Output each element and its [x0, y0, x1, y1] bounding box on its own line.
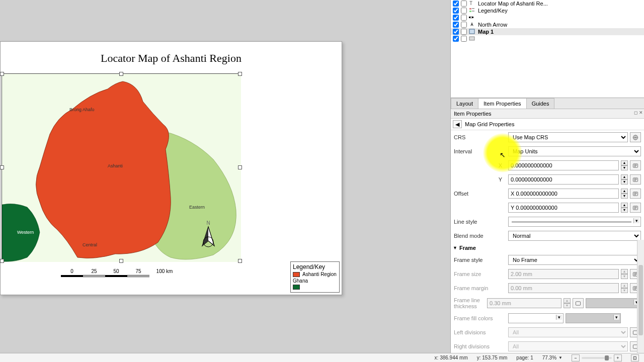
spin-down: ▼ [621, 288, 628, 293]
svg-rect-9 [469, 37, 474, 40]
interval-x-row: X ▲▼ [453, 158, 642, 172]
layout-canvas[interactable]: Locator Map of Ashanti Region Brong Ahaf… [0, 0, 450, 352]
back-button[interactable]: ◀ [453, 120, 462, 128]
data-override-button[interactable] [630, 203, 641, 213]
item-lock-checkbox[interactable] [461, 8, 467, 14]
svg-rect-17 [576, 301, 580, 305]
region-label-ashanti: Ashanti [108, 163, 123, 168]
data-override-button[interactable] [630, 160, 641, 170]
item-lock-checkbox[interactable] [461, 29, 467, 35]
legend-item [293, 285, 337, 290]
right-divisions-label: Right divisions [454, 343, 505, 349]
scalebar-tick: 75 [127, 268, 149, 274]
spin-up[interactable]: ▲ [621, 203, 628, 208]
expression-icon [575, 301, 581, 306]
spin-down[interactable]: ▼ [621, 179, 628, 185]
layout-item-row[interactable] [451, 35, 644, 42]
item-name-label: Map 1 [478, 29, 642, 35]
blend-mode-label: Blend mode [454, 233, 505, 239]
zoom-out-button[interactable]: − [572, 354, 580, 361]
interval-units-select[interactable]: Map Units [508, 146, 641, 156]
zoom-slider[interactable] [582, 357, 612, 359]
breadcrumb-label: Map Grid Properties [465, 121, 514, 127]
spin-up[interactable]: ▲ [621, 174, 628, 179]
spin-down: ▼ [621, 274, 628, 279]
offset-y-input[interactable] [508, 203, 619, 213]
selection-handle[interactable] [119, 259, 123, 263]
spin-down[interactable]: ▼ [621, 165, 628, 170]
property-breadcrumb: ◀ Map Grid Properties [451, 119, 644, 130]
scalebar[interactable]: 0 25 50 75 100 km [61, 268, 180, 277]
layout-item-row[interactable]: Legend/Key [451, 7, 644, 14]
layout-item-row[interactable]: Map 1 [451, 28, 644, 35]
grid-properties[interactable]: CRS Use Map CRS Interval Map Units X ▲▼ [451, 130, 644, 359]
spin-up: ▲ [621, 283, 628, 288]
line-style-row: Line style [453, 215, 642, 229]
item-lock-checkbox[interactable] [461, 1, 467, 7]
expression-icon [632, 191, 638, 197]
frame-margin-label: Frame margin [454, 285, 505, 291]
interval-x-input[interactable] [508, 160, 619, 170]
zoom-full-button[interactable]: ⊡ [631, 354, 639, 361]
item-name-label: Legend/Key [478, 8, 642, 14]
north-arrow[interactable]: N [199, 220, 217, 249]
scalebar-tick: 50 [105, 268, 127, 274]
layout-item-row[interactable]: TLocator Map of Ashanti Re... [451, 0, 644, 7]
selection-handle[interactable] [119, 72, 123, 76]
selection-handle[interactable] [238, 165, 242, 169]
spin-down[interactable]: ▼ [621, 194, 628, 199]
item-visibility-checkbox[interactable] [453, 15, 459, 21]
item-lock-checkbox[interactable] [461, 36, 467, 42]
selection-handle[interactable] [238, 259, 242, 263]
selection-handle[interactable] [0, 165, 4, 169]
svg-rect-5 [469, 17, 470, 18]
layout-item-row[interactable] [451, 14, 644, 21]
item-visibility-checkbox[interactable] [453, 8, 459, 14]
frame-section-header[interactable]: ▼ Frame [453, 243, 642, 253]
zoom-in-button[interactable]: + [614, 354, 622, 361]
panel-window-buttons[interactable]: ◻ ✕ [634, 110, 643, 115]
selection-handle[interactable] [0, 259, 4, 263]
frame-style-select[interactable]: No Frame [508, 255, 641, 265]
item-visibility-checkbox[interactable] [453, 22, 459, 28]
data-override-button[interactable] [573, 298, 584, 308]
crs-select[interactable]: Use Map CRS [508, 132, 628, 142]
item-lock-checkbox[interactable] [461, 15, 467, 21]
left-divisions-select: All [508, 327, 628, 337]
selection-handle[interactable] [238, 72, 242, 76]
item-lock-checkbox[interactable] [461, 22, 467, 28]
tab-guides[interactable]: Guides [526, 98, 555, 109]
expression-icon [632, 205, 638, 211]
print-page[interactable]: Locator Map of Ashanti Region Brong Ahaf… [0, 41, 342, 295]
offset-x-row: Offset ▲▼ [453, 187, 642, 201]
crs-picker-button[interactable] [630, 132, 641, 142]
interval-y-input[interactable] [508, 174, 619, 185]
item-name-label: Locator Map of Ashanti Re... [478, 1, 642, 7]
line-style-picker[interactable] [508, 217, 641, 227]
items-panel[interactable]: TLocator Map of Ashanti Re...Legend/KeyN… [451, 0, 644, 98]
item-type-icon [469, 36, 476, 42]
item-visibility-checkbox[interactable] [453, 1, 459, 7]
blend-mode-select[interactable]: Normal [508, 231, 641, 241]
spin-up[interactable]: ▲ [621, 160, 628, 165]
layout-item-row[interactable]: North Arrow [451, 21, 644, 28]
panel-title: Item Properties ◻ ✕ [451, 109, 644, 119]
left-divisions-label: Left divisions [454, 329, 505, 335]
spin-down[interactable]: ▼ [621, 208, 628, 213]
tab-layout[interactable]: Layout [451, 98, 478, 109]
data-override-button[interactable] [630, 189, 641, 199]
data-override-button[interactable] [630, 174, 641, 185]
properties-scrollbar[interactable] [637, 240, 644, 359]
offset-x-input[interactable] [508, 189, 619, 199]
offset-label: Offset [454, 191, 505, 197]
selection-handle[interactable] [0, 72, 4, 76]
item-visibility-checkbox[interactable] [453, 36, 459, 42]
blend-mode-row: Blend mode Normal [453, 229, 642, 243]
chevron-down-icon: ▼ [453, 245, 457, 250]
tab-item-properties[interactable]: Item Properties [478, 98, 527, 109]
item-visibility-checkbox[interactable] [453, 29, 459, 35]
legend[interactable]: Legend/Key Ashanti Region Ghana [290, 261, 340, 293]
frame-section-label: Frame [459, 245, 476, 251]
spin-up[interactable]: ▲ [621, 189, 628, 194]
svg-rect-8 [469, 29, 474, 34]
